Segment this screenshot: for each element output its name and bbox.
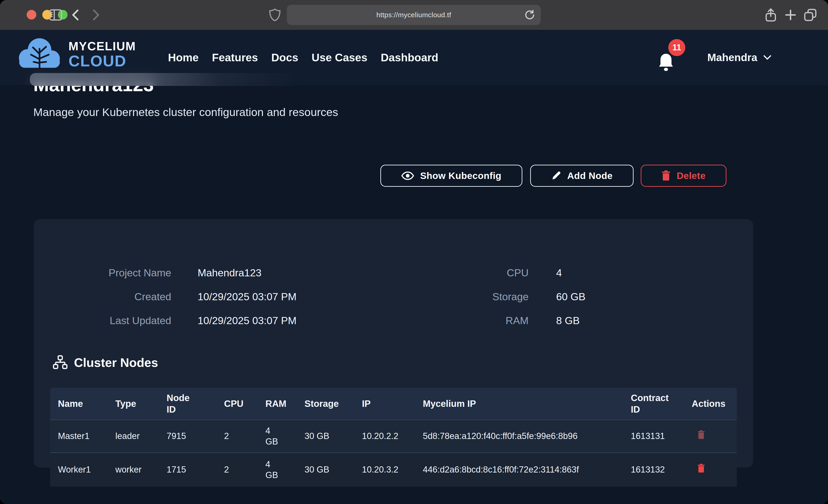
created-label: Created <box>64 290 171 303</box>
cpu-value: 4 <box>556 266 562 279</box>
last-updated-value: 10/29/2025 03:07 PM <box>198 314 296 327</box>
cell-contract-id: 1613132 <box>623 464 684 475</box>
col-header-node-id: Node ID <box>159 392 216 415</box>
cluster-nodes-heading: Cluster Nodes <box>53 355 158 370</box>
browser-window: https://myceliumcloud.tf <box>0 0 828 504</box>
project-name-value: Mahendra123 <box>198 266 261 279</box>
logo-wordmark: MYCELIUM CLOUD <box>69 40 136 69</box>
forward-icon[interactable] <box>88 8 102 22</box>
cluster-nodes-title: Cluster Nodes <box>74 355 158 370</box>
cell-cpu: 2 <box>216 431 258 442</box>
cluster-nodes-table: Name Type Node ID CPU RAM Storage IP Myc… <box>50 388 737 487</box>
nav-link-home[interactable]: Home <box>168 51 199 64</box>
window-close-button[interactable] <box>27 10 36 19</box>
page-body: Mahendra123 Manage your Kubernetes clust… <box>0 30 828 504</box>
info-row-ram: RAM 8 GB <box>450 314 586 327</box>
user-name: Mahendra <box>707 51 757 64</box>
delete-label: Delete <box>676 170 705 181</box>
add-node-button[interactable]: Add Node <box>530 165 633 187</box>
ram-label: RAM <box>450 314 529 327</box>
cell-ip: 10.20.3.2 <box>354 464 415 475</box>
nav-link-docs[interactable]: Docs <box>271 51 298 64</box>
nav-link-features[interactable]: Features <box>212 51 258 64</box>
tab-overview-icon[interactable] <box>803 8 818 22</box>
delete-cluster-button[interactable]: Delete <box>641 165 727 187</box>
project-name-label: Project Name <box>64 266 171 279</box>
cell-ram: 4 GB <box>258 425 297 447</box>
table-header-row: Name Type Node ID CPU RAM Storage IP Myc… <box>50 388 737 419</box>
cell-type: leader <box>108 431 159 442</box>
storage-value: 60 GB <box>556 290 586 303</box>
logo-line2: CLOUD <box>69 53 136 69</box>
share-icon[interactable] <box>763 8 778 22</box>
storage-label: Storage <box>450 290 529 303</box>
page-subtitle: Manage your Kubernetes cluster configura… <box>33 106 338 119</box>
pencil-icon <box>551 171 561 181</box>
bell-icon <box>657 52 675 72</box>
add-node-label: Add Node <box>567 170 613 181</box>
col-header-ip: IP <box>354 398 415 409</box>
last-updated-label: Last Updated <box>64 314 171 327</box>
col-header-actions: Actions <box>684 398 737 409</box>
col-header-mycelium-ip: Mycelium IP <box>415 398 623 409</box>
cell-node-id: 1715 <box>159 464 216 475</box>
cell-storage: 30 GB <box>297 464 354 475</box>
trash-icon <box>661 170 671 181</box>
info-row-created: Created 10/29/2025 03:07 PM <box>64 290 296 303</box>
created-value: 10/29/2025 03:07 PM <box>198 290 296 303</box>
screenshot-root: https://myceliumcloud.tf <box>0 0 828 504</box>
cell-ram: 4 GB <box>258 459 297 481</box>
table-row-master1: Master1 leader 7915 2 4 GB 30 GB 10.20.2… <box>50 419 737 453</box>
shield-icon[interactable] <box>269 8 281 22</box>
address-bar[interactable]: https://myceliumcloud.tf <box>287 5 541 25</box>
info-row-storage: Storage 60 GB <box>450 290 586 303</box>
sidebar-icon[interactable] <box>48 8 63 22</box>
nav-link-use-cases[interactable]: Use Cases <box>312 51 368 64</box>
chevron-down-icon <box>763 54 772 60</box>
delete-node-button[interactable] <box>697 430 705 439</box>
brand-logo[interactable]: MYCELIUM CLOUD <box>16 36 136 72</box>
nav-link-dashboard[interactable]: Dashboard <box>381 51 439 64</box>
back-icon[interactable] <box>69 8 84 22</box>
cluster-info-left: Project Name Mahendra123 Created 10/29/2… <box>64 266 296 327</box>
info-row-project-name: Project Name Mahendra123 <box>64 266 296 279</box>
table-row-worker1: Worker1 worker 1715 2 4 GB 30 GB 10.20.3… <box>50 453 737 487</box>
trash-icon <box>697 430 705 439</box>
cell-cpu: 2 <box>216 464 258 475</box>
cell-node-id: 7915 <box>159 431 216 442</box>
reload-icon[interactable] <box>524 9 535 20</box>
cpu-label: CPU <box>450 266 529 279</box>
col-header-type: Type <box>108 398 159 409</box>
cell-ip: 10.20.2.2 <box>354 431 415 442</box>
trash-icon <box>697 464 705 473</box>
cell-mycelium-ip: 5d8:78ea:a120:f40c:ff0f:a5fe:99e6:8b96 <box>415 431 623 442</box>
col-header-storage: Storage <box>297 398 354 409</box>
col-header-name: Name <box>50 398 108 409</box>
show-kubeconfig-label: Show Kubeconfig <box>420 170 501 181</box>
browser-toolbar: https://myceliumcloud.tf <box>0 0 828 30</box>
ram-value: 8 GB <box>556 314 580 327</box>
address-url: https://myceliumcloud.tf <box>376 11 451 19</box>
notifications-button[interactable]: 11 <box>655 39 690 78</box>
col-header-contract-id: Contract ID <box>623 392 684 415</box>
eye-icon <box>401 171 414 180</box>
cell-contract-id: 1613131 <box>623 431 684 442</box>
cluster-info-right: CPU 4 Storage 60 GB RAM 8 GB <box>450 266 586 327</box>
cell-type: worker <box>108 464 159 475</box>
cluster-details-card: Project Name Mahendra123 Created 10/29/2… <box>34 219 753 467</box>
col-header-cpu: CPU <box>216 398 258 409</box>
cell-name: Master1 <box>50 431 108 442</box>
delete-node-button[interactable] <box>697 464 705 473</box>
cell-mycelium-ip: 446:d2a6:8bcd:8c16:ff0f:72e2:3114:863f <box>415 464 623 475</box>
col-header-ram: RAM <box>258 398 297 409</box>
logo-line1: MYCELIUM <box>69 40 136 52</box>
user-menu[interactable]: Mahendra <box>707 30 772 85</box>
network-nodes-icon <box>53 355 68 370</box>
title-blur-overlay <box>30 73 301 86</box>
new-tab-icon[interactable] <box>783 8 798 22</box>
show-kubeconfig-button[interactable]: Show Kubeconfig <box>380 165 522 187</box>
notification-badge: 11 <box>668 39 685 56</box>
cell-name: Worker1 <box>50 464 108 475</box>
mycelium-cloud-logo-icon <box>16 36 63 72</box>
cell-storage: 30 GB <box>297 431 354 442</box>
